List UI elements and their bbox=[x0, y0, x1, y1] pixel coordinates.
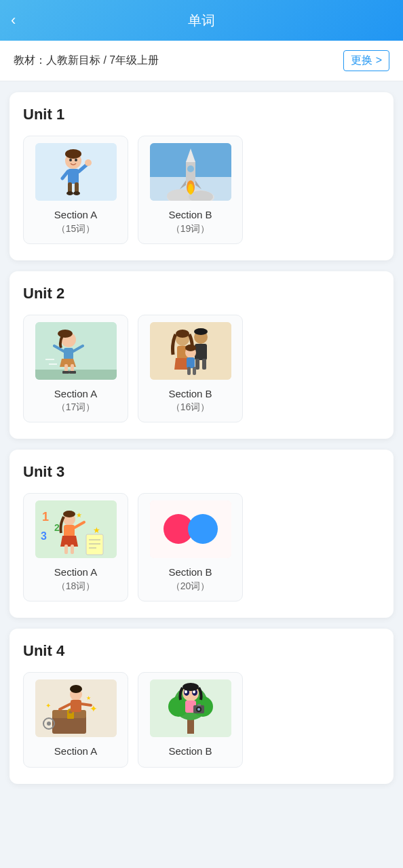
svg-point-73 bbox=[188, 514, 218, 544]
unit-2-sections: Section A （17词） bbox=[23, 315, 380, 423]
svg-rect-32 bbox=[69, 371, 76, 374]
svg-rect-51 bbox=[187, 367, 191, 375]
unit2-section-b-image bbox=[150, 322, 231, 380]
svg-text:✦: ✦ bbox=[45, 702, 51, 709]
svg-point-22 bbox=[187, 165, 194, 172]
svg-text:3: 3 bbox=[41, 530, 47, 542]
unit4-section-b-label: Section B bbox=[168, 744, 212, 760]
unit1-section-a-count: （15词） bbox=[56, 223, 96, 235]
svg-rect-54 bbox=[35, 500, 117, 558]
unit3-section-b-label: Section B bbox=[168, 565, 212, 580]
app-header: ‹ 单词 bbox=[0, 0, 403, 41]
svg-rect-52 bbox=[193, 367, 196, 375]
svg-rect-27 bbox=[64, 348, 73, 360]
unit2-section-b-label: Section B bbox=[168, 387, 212, 402]
svg-point-103 bbox=[197, 708, 200, 711]
unit-1-title: Unit 1 bbox=[23, 106, 380, 123]
svg-point-83 bbox=[70, 685, 82, 693]
unit-3-title: Unit 3 bbox=[23, 463, 380, 481]
unit2-section-b[interactable]: Section B （16词） bbox=[138, 315, 243, 423]
svg-text:1: 1 bbox=[42, 510, 49, 524]
svg-point-5 bbox=[73, 191, 80, 195]
svg-point-4 bbox=[66, 191, 73, 195]
unit-4-title: Unit 4 bbox=[23, 642, 380, 660]
svg-point-99 bbox=[183, 683, 199, 691]
svg-rect-104 bbox=[197, 704, 201, 706]
unit1-section-a-image bbox=[35, 143, 117, 201]
unit3-section-b-count: （20词） bbox=[171, 580, 210, 593]
svg-point-53 bbox=[185, 344, 196, 351]
svg-point-11 bbox=[85, 159, 92, 166]
svg-rect-69 bbox=[71, 545, 74, 554]
unit4-section-a[interactable]: ✦ ✦ ★ bbox=[23, 672, 128, 768]
unit3-section-a-image: 1 2 3 ★ ★ bbox=[35, 500, 117, 558]
svg-text:★: ★ bbox=[76, 511, 82, 519]
unit3-section-a-count: （18词） bbox=[56, 580, 96, 593]
svg-rect-58 bbox=[86, 534, 103, 555]
svg-rect-31 bbox=[62, 371, 69, 374]
svg-rect-68 bbox=[64, 545, 68, 554]
svg-point-48 bbox=[176, 330, 189, 338]
main-content: Unit 1 bbox=[0, 81, 403, 795]
unit3-section-b[interactable]: Section B （20词） bbox=[138, 493, 243, 601]
unit4-section-b-image bbox=[150, 679, 231, 737]
unit1-section-a[interactable]: Section A （15词） bbox=[23, 136, 128, 244]
unit4-section-a-label: Section A bbox=[54, 744, 97, 760]
svg-rect-26 bbox=[35, 370, 117, 380]
svg-point-34 bbox=[58, 330, 73, 338]
back-button[interactable]: ‹ bbox=[11, 12, 16, 29]
svg-point-8 bbox=[69, 159, 72, 161]
unit-2-card: Unit 2 bbox=[9, 271, 394, 439]
unit1-section-b-count: （19词） bbox=[171, 223, 210, 235]
svg-point-9 bbox=[75, 159, 77, 161]
unit-4-sections: ✦ ✦ ★ bbox=[23, 672, 380, 768]
unit-4-card: Unit 4 ✦ ✦ bbox=[9, 629, 394, 785]
svg-rect-50 bbox=[187, 357, 195, 368]
unit3-section-b-image bbox=[150, 500, 231, 558]
unit-3-sections: 1 2 3 ★ ★ bbox=[23, 493, 380, 601]
svg-rect-84 bbox=[71, 700, 81, 712]
unit2-section-a-count: （17词） bbox=[56, 401, 96, 414]
svg-rect-66 bbox=[64, 525, 75, 537]
unit3-section-a[interactable]: 1 2 3 ★ ★ bbox=[23, 493, 128, 601]
unit1-section-b[interactable]: Section B （19词） bbox=[138, 136, 243, 244]
unit1-section-b-label: Section B bbox=[168, 208, 212, 223]
unit-1-card: Unit 1 bbox=[9, 92, 394, 260]
unit1-section-b-image bbox=[150, 143, 231, 201]
unit-2-title: Unit 2 bbox=[23, 285, 380, 302]
unit-3-card: Unit 3 1 2 3 bbox=[9, 450, 394, 618]
svg-point-7 bbox=[65, 149, 81, 159]
unit4-section-a-image: ✦ ✦ ★ bbox=[35, 679, 117, 737]
svg-point-88 bbox=[47, 722, 51, 726]
unit3-section-a-label: Section A bbox=[54, 565, 97, 580]
unit2-section-b-count: （16词） bbox=[171, 401, 210, 414]
change-textbook-button[interactable]: 更换 > bbox=[343, 50, 389, 71]
unit1-section-a-label: Section A bbox=[54, 208, 97, 223]
svg-line-86 bbox=[81, 704, 91, 705]
unit-1-sections: Section A （15词） bbox=[23, 136, 380, 244]
svg-text:★: ★ bbox=[86, 695, 91, 701]
svg-rect-41 bbox=[195, 344, 207, 360]
unit2-section-a[interactable]: Section A （17词） bbox=[23, 315, 128, 423]
breadcrumb-bar: 教材：人教新目标 / 7年级上册 更换 > bbox=[0, 41, 403, 81]
unit4-section-b[interactable]: Section B bbox=[138, 672, 243, 768]
svg-point-44 bbox=[194, 328, 208, 335]
breadcrumb-text: 教材：人教新目标 / 7年级上册 bbox=[14, 54, 159, 68]
svg-text:★: ★ bbox=[93, 526, 100, 535]
svg-marker-67 bbox=[60, 536, 78, 547]
page-title: 单词 bbox=[188, 12, 215, 30]
unit2-section-a-image bbox=[35, 322, 117, 380]
svg-rect-43 bbox=[202, 359, 206, 370]
unit2-section-a-label: Section A bbox=[54, 387, 97, 402]
svg-point-24 bbox=[188, 184, 193, 195]
svg-point-65 bbox=[63, 511, 75, 517]
svg-text:2: 2 bbox=[54, 522, 60, 533]
